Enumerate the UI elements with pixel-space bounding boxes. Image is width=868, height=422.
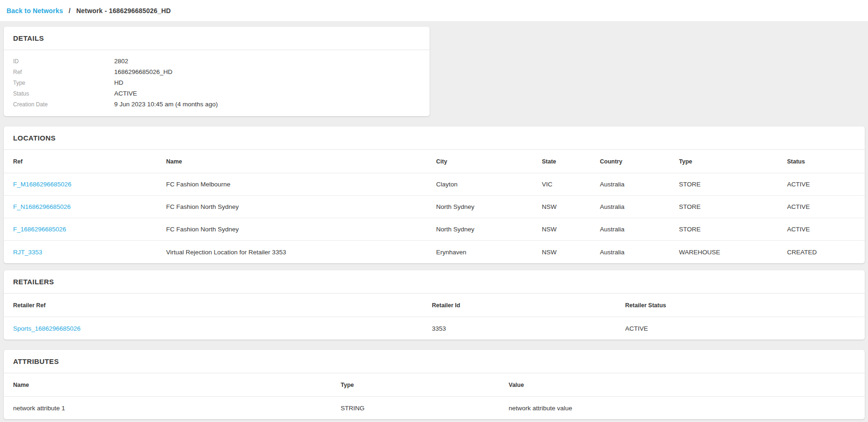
attribute-value: network attribute value (509, 405, 865, 412)
detail-value: 2802 (114, 58, 128, 65)
col-header-attribute-value: Value (509, 382, 865, 388)
details-card: DETAILS ID 2802 Ref 1686296685026_HD Typ… (4, 27, 430, 116)
location-ref-link[interactable]: F_M1686296685026 (13, 181, 72, 188)
detail-row-creation-date: Creation Date 9 Jun 2023 10:45 am (4 mon… (4, 99, 430, 110)
location-type: WAREHOUSE (679, 249, 787, 256)
location-name: FC Fashion North Sydney (166, 226, 436, 233)
retailer-id: 3353 (432, 325, 625, 332)
location-state: VIC (542, 181, 600, 188)
attribute-type: STRING (341, 405, 509, 412)
location-status: CREATED (787, 249, 865, 256)
location-row: RJT_3353 Virtual Rejection Location for … (4, 241, 865, 263)
attribute-row: network attribute 1 STRING network attri… (4, 397, 865, 419)
location-country: Australia (600, 203, 679, 210)
location-type: STORE (679, 203, 787, 210)
location-ref-link[interactable]: F_1686296685026 (13, 226, 66, 233)
locations-table-header: Ref Name City State Country Type Status (4, 150, 865, 173)
attributes-card-title: ATTRIBUTES (4, 350, 865, 373)
retailers-table-header: Retailer Ref Retailer Id Retailer Status (4, 294, 865, 317)
location-city: Erynhaven (436, 249, 542, 256)
breadcrumb: Back to Networks / Network - 16862966850… (7, 7, 171, 15)
location-city: North Sydney (436, 226, 542, 233)
location-type: STORE (679, 181, 787, 188)
location-status: ACTIVE (787, 203, 865, 210)
col-header-type: Type (679, 158, 787, 165)
col-header-state: State (542, 158, 600, 165)
location-country: Australia (600, 249, 679, 256)
location-city: Clayton (436, 181, 542, 188)
detail-label: ID (13, 58, 114, 65)
col-header-country: Country (600, 158, 679, 165)
retailers-card: RETAILERS Retailer Ref Retailer Id Retai… (4, 270, 865, 340)
location-country: Australia (600, 226, 679, 233)
details-card-title: DETAILS (4, 27, 430, 50)
detail-value: ACTIVE (114, 90, 137, 97)
location-type: STORE (679, 226, 787, 233)
col-header-status: Status (787, 158, 865, 165)
attributes-table-header: Name Type Value (4, 373, 865, 397)
locations-card-title: LOCATIONS (4, 126, 865, 150)
attributes-card: ATTRIBUTES Name Type Value network attri… (4, 350, 865, 419)
detail-row-ref: Ref 1686296685026_HD (4, 67, 430, 77)
top-bar: Back to Networks / Network - 16862966850… (0, 0, 868, 21)
col-header-attribute-type: Type (341, 382, 509, 388)
col-header-retailer-ref: Retailer Ref (13, 302, 432, 309)
back-to-networks-link[interactable]: Back to Networks (7, 7, 63, 15)
retailer-ref-link[interactable]: Sports_1686296685026 (13, 325, 80, 332)
attribute-name: network attribute 1 (13, 405, 341, 412)
location-row: F_N1686296685026 FC Fashion North Sydney… (4, 196, 865, 218)
location-ref-link[interactable]: RJT_3353 (13, 249, 42, 256)
details-field-list: ID 2802 Ref 1686296685026_HD Type HD Sta… (4, 50, 430, 116)
detail-label: Type (13, 80, 114, 86)
location-country: Australia (600, 181, 679, 188)
retailer-row: Sports_1686296685026 3353 ACTIVE (4, 317, 865, 340)
col-header-attribute-name: Name (13, 382, 341, 388)
col-header-retailer-status: Retailer Status (625, 302, 865, 309)
location-name: FC Fashion North Sydney (166, 203, 436, 210)
detail-row-id: ID 2802 (4, 56, 430, 67)
location-status: ACTIVE (787, 181, 865, 188)
breadcrumb-separator: / (69, 7, 71, 15)
detail-label: Creation Date (13, 101, 114, 108)
location-name: FC Fashion Melbourne (166, 181, 436, 188)
detail-value: HD (114, 79, 124, 86)
col-header-retailer-id: Retailer Id (432, 302, 625, 309)
location-row: F_1686296685026 FC Fashion North Sydney … (4, 218, 865, 241)
location-row: F_M1686296685026 FC Fashion Melbourne Cl… (4, 173, 865, 196)
detail-value: 1686296685026_HD (114, 68, 173, 75)
location-state: NSW (542, 203, 600, 210)
location-name: Virtual Rejection Location for Retailer … (166, 249, 436, 256)
location-city: North Sydney (436, 203, 542, 210)
detail-row-type: Type HD (4, 77, 430, 88)
retailer-status: ACTIVE (625, 325, 865, 332)
location-state: NSW (542, 226, 600, 233)
location-status: ACTIVE (787, 226, 865, 233)
retailers-card-title: RETAILERS (4, 270, 865, 294)
breadcrumb-current-page: Network - 1686296685026_HD (76, 7, 171, 15)
col-header-city: City (436, 158, 542, 165)
detail-label: Ref (13, 69, 114, 75)
detail-value: 9 Jun 2023 10:45 am (4 months ago) (114, 101, 218, 108)
detail-row-status: Status ACTIVE (4, 88, 430, 99)
locations-card: LOCATIONS Ref Name City State Country Ty… (4, 126, 865, 263)
col-header-name: Name (166, 158, 436, 165)
detail-label: Status (13, 90, 114, 97)
col-header-ref: Ref (13, 158, 166, 165)
location-ref-link[interactable]: F_N1686296685026 (13, 203, 71, 210)
location-state: NSW (542, 249, 600, 256)
